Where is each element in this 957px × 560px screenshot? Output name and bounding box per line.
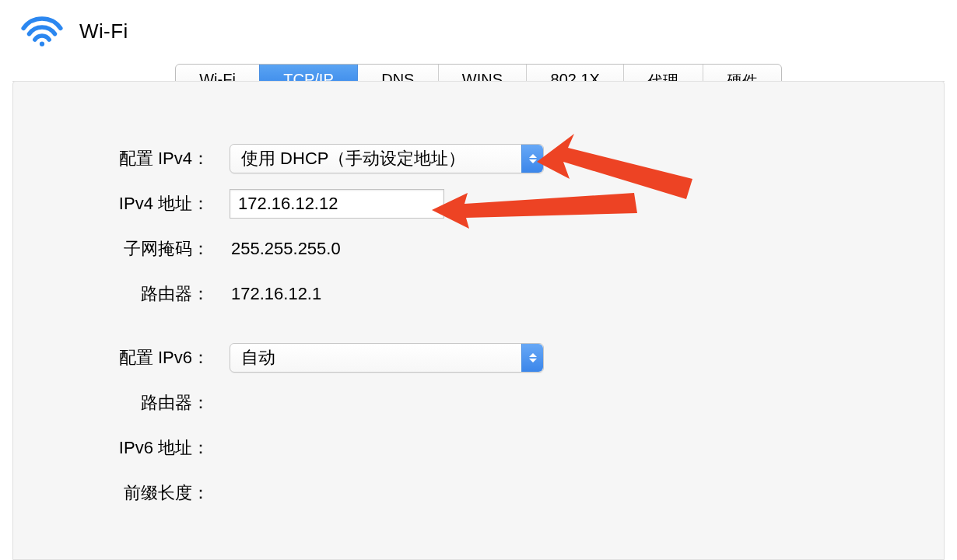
updown-icon — [521, 344, 543, 372]
wifi-icon — [19, 14, 65, 48]
updown-icon — [521, 145, 543, 173]
row-prefix-length: 前缀长度： — [60, 471, 713, 516]
input-ipv4-address[interactable] — [230, 189, 444, 219]
row-subnet-mask: 子网掩码： 255.255.255.0 — [60, 226, 713, 271]
label-router-ipv4: 路由器： — [60, 282, 216, 306]
row-router-ipv6: 路由器： — [60, 380, 713, 425]
label-config-ipv4: 配置 IPv4： — [60, 147, 216, 170]
svg-point-0 — [40, 41, 44, 46]
label-subnet-mask: 子网掩码： — [60, 237, 216, 261]
header: Wi-Fi — [0, 0, 957, 56]
row-config-ipv6: 配置 IPv6： 自动 — [60, 335, 713, 380]
label-prefix-length: 前缀长度： — [60, 481, 216, 505]
select-config-ipv4-value: 使用 DHCP（手动设定地址） — [230, 147, 521, 170]
value-router-ipv4: 172.16.12.1 — [231, 284, 321, 304]
page-title: Wi-Fi — [79, 19, 128, 44]
row-ipv6-address: IPv6 地址： — [60, 425, 713, 471]
select-config-ipv6[interactable]: 自动 — [230, 343, 544, 373]
tcpip-form: 配置 IPv4： 使用 DHCP（手动设定地址） IPv4 地址： 子网掩码： … — [60, 136, 713, 516]
label-ipv6-address: IPv6 地址： — [60, 436, 216, 460]
row-ipv4-address: IPv4 地址： — [60, 181, 713, 226]
label-config-ipv6: 配置 IPv6： — [60, 346, 216, 369]
settings-panel: 配置 IPv4： 使用 DHCP（手动设定地址） IPv4 地址： 子网掩码： … — [12, 81, 945, 560]
row-router-ipv4: 路由器： 172.16.12.1 — [60, 271, 713, 317]
label-router-ipv6: 路由器： — [60, 391, 216, 415]
select-config-ipv6-value: 自动 — [230, 346, 521, 369]
value-subnet-mask: 255.255.255.0 — [231, 239, 341, 259]
row-config-ipv4: 配置 IPv4： 使用 DHCP（手动设定地址） — [60, 136, 713, 181]
label-ipv4-address: IPv4 地址： — [60, 192, 216, 215]
select-config-ipv4[interactable]: 使用 DHCP（手动设定地址） — [230, 144, 544, 173]
